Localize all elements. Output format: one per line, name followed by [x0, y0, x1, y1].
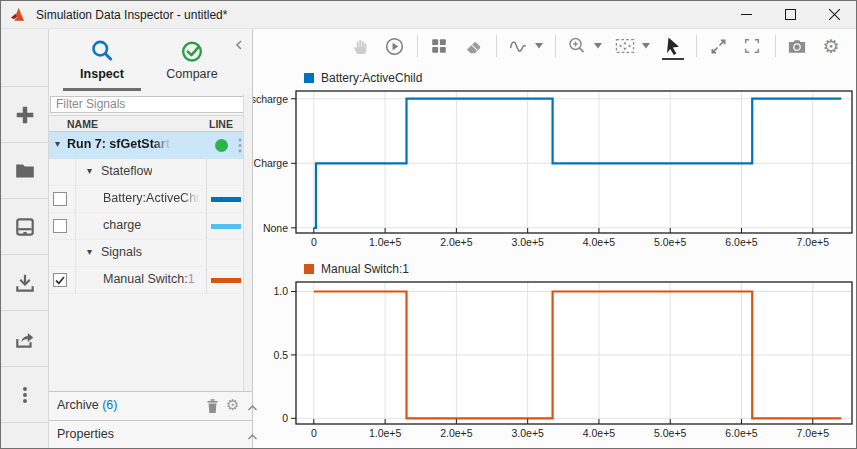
- minimize-button[interactable]: [724, 1, 768, 28]
- x-tick-label: 6.0e+5: [725, 236, 758, 248]
- cursor-arrow-icon: [664, 36, 682, 56]
- zoom-in-icon: [567, 36, 587, 56]
- open-button[interactable]: [1, 143, 48, 199]
- group-row[interactable]: ▾Signals: [49, 240, 252, 267]
- signal-row[interactable]: Manual Switch:1: [49, 267, 252, 294]
- expand-plot-button[interactable]: [705, 32, 731, 60]
- save-icon: [14, 216, 36, 238]
- export-button[interactable]: [1, 311, 48, 367]
- run-status-dot: [215, 139, 228, 152]
- run-row[interactable]: ▾Run 7: sfGetStartedBa: [49, 132, 252, 159]
- x-tick-label: 5.0e+5: [654, 427, 687, 439]
- pan-button[interactable]: [347, 32, 373, 60]
- tab-inspect[interactable]: Inspect: [57, 29, 147, 91]
- clear-plots-button[interactable]: [460, 32, 486, 60]
- x-tick-label: 2.0e+5: [440, 236, 473, 248]
- legend-label-switch: Manual Switch:1: [321, 262, 409, 276]
- battery-activechild-chart[interactable]: 01.0e+52.0e+53.0e+54.0e+55.0e+56.0e+57.0…: [253, 87, 856, 251]
- x-tick-label: 0: [311, 236, 317, 248]
- import-button[interactable]: [1, 255, 48, 311]
- archive-collapse-button[interactable]: [247, 401, 258, 415]
- zoom-button[interactable]: [564, 32, 590, 60]
- snapshot-button[interactable]: [784, 32, 810, 60]
- toolbar-separator: [496, 35, 497, 57]
- maximize-button[interactable]: [768, 1, 812, 28]
- layout-grid-icon: [430, 37, 448, 55]
- x-tick-label: 1.0e+5: [369, 427, 402, 439]
- fit-to-view-button[interactable]: [612, 32, 638, 60]
- expander-caret-icon[interactable]: ▾: [55, 138, 60, 149]
- signal-checkbox[interactable]: [53, 219, 67, 233]
- archive-settings-button[interactable]: ⚙: [226, 396, 239, 414]
- pointer-mode-button[interactable]: [660, 32, 686, 60]
- expand-arrows-icon: [709, 37, 728, 56]
- y-tick-label: Discharge: [253, 93, 288, 105]
- plus-icon: [14, 104, 36, 126]
- zoom-dropdown[interactable]: [592, 32, 604, 60]
- properties-collapse-button[interactable]: [247, 430, 258, 444]
- plot-settings-button[interactable]: ⚙: [818, 32, 844, 60]
- plot-toolbar: ⚙: [253, 29, 856, 63]
- signal-tree: ▾Run 7: sfGetStartedBa▾StateflowBattery:…: [49, 132, 252, 294]
- signal-row[interactable]: charge: [49, 213, 252, 240]
- y-tick-label: 0: [282, 412, 288, 424]
- y-tick-label: Charge: [254, 157, 289, 169]
- expander-caret-icon[interactable]: ▾: [87, 246, 92, 257]
- chart2-legend: Manual Switch:1: [304, 260, 856, 278]
- toolbar-separator: [775, 35, 776, 57]
- replay-button[interactable]: [381, 32, 407, 60]
- chevron-up-icon: [247, 433, 258, 441]
- signal-line-sample: [211, 278, 241, 283]
- legend-label-battery: Battery:ActiveChild: [321, 71, 422, 85]
- manual-switch-chart[interactable]: 01.0e+52.0e+53.0e+54.0e+55.0e+56.0e+57.0…: [253, 278, 856, 449]
- x-tick-label: 2.0e+5: [440, 427, 473, 439]
- x-tick-label: 3.0e+5: [511, 236, 544, 248]
- pan-hand-icon: [351, 37, 370, 56]
- signal-display-button[interactable]: [505, 32, 531, 60]
- panel-scrollbar-gutter[interactable]: [243, 94, 252, 392]
- trash-button[interactable]: [205, 397, 220, 417]
- matlab-logo-icon: [10, 6, 28, 24]
- table-header: NAME LINE: [49, 115, 252, 132]
- window-title: Simulation Data Inspector - untitled*: [36, 8, 724, 22]
- signal-label: charge: [103, 218, 141, 232]
- maximize-icon: [785, 9, 796, 20]
- run-label: Run 7: sfGetStartedBa: [67, 137, 173, 151]
- signal-checkbox[interactable]: [53, 273, 67, 287]
- panel-empty-area: [49, 294, 252, 392]
- signal-checkbox[interactable]: [53, 192, 67, 206]
- signal-display-dropdown[interactable]: [533, 32, 545, 60]
- new-run-button[interactable]: [1, 87, 48, 143]
- signal-row[interactable]: Battery:ActiveChil: [49, 186, 252, 213]
- subplot-layout-button[interactable]: [426, 32, 452, 60]
- archive-bar[interactable]: Archive (6) ⚙: [49, 391, 252, 420]
- chevron-down-icon: [642, 43, 650, 49]
- x-tick-label: 4.0e+5: [583, 427, 616, 439]
- fit-to-view-dropdown[interactable]: [640, 32, 652, 60]
- y-tick-label: None: [263, 222, 288, 234]
- x-tick-label: 4.0e+5: [583, 236, 616, 248]
- title-bar: Simulation Data Inspector - untitled*: [1, 1, 856, 29]
- toolbar-separator: [555, 35, 556, 57]
- tab-compare-label: Compare: [166, 67, 217, 81]
- minimize-icon: [741, 9, 752, 20]
- group-row[interactable]: ▾Stateflow: [49, 159, 252, 186]
- properties-bar[interactable]: Properties: [49, 420, 252, 449]
- signal-label: Manual Switch:1: [103, 272, 195, 286]
- more-options-button[interactable]: [1, 367, 48, 423]
- expander-caret-icon[interactable]: ▾: [87, 165, 92, 176]
- chevron-left-icon: [234, 39, 244, 51]
- collapse-panel-button[interactable]: [234, 37, 244, 55]
- close-button[interactable]: [812, 1, 856, 28]
- settings-gear-icon: ⚙: [822, 37, 839, 56]
- eraser-icon: [464, 37, 483, 56]
- filter-signals-input[interactable]: [50, 96, 244, 113]
- signal-line-sample: [211, 224, 241, 229]
- toolbar-separator: [696, 35, 697, 57]
- signal-line-sample: [211, 197, 241, 202]
- save-button[interactable]: [1, 199, 48, 255]
- chevron-down-icon: [594, 43, 602, 49]
- tab-compare[interactable]: Compare: [147, 29, 237, 91]
- import-icon: [14, 272, 36, 294]
- fullscreen-button[interactable]: [739, 32, 765, 60]
